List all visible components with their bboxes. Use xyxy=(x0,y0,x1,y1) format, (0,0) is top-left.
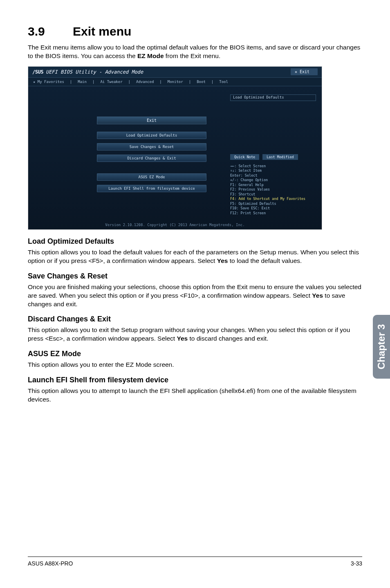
tab-ai-tweaker[interactable]: Ai Tweaker xyxy=(100,80,122,84)
quick-note-button[interactable]: Quick Note xyxy=(230,154,259,160)
page-footer: ASUS A88X-PRO 3-33 xyxy=(28,557,362,567)
bios-title: UEFI BIOS Utility - Advanced Mode xyxy=(46,69,143,75)
tab-advanced[interactable]: Advanced xyxy=(136,80,154,84)
section-number: 3.9 xyxy=(28,25,73,38)
bios-help-text: →←: Select Screen ↑↓: Select Item Enter:… xyxy=(230,164,316,215)
footer-page-number: 3-33 xyxy=(351,560,362,567)
last-modified-button[interactable]: Last Modified xyxy=(262,154,298,160)
exit-button[interactable]: ✕ Exit xyxy=(291,68,318,75)
paragraph-ez-mode: This option allows you to enter the EZ M… xyxy=(28,361,362,369)
brand-logo: /SUS xyxy=(32,69,43,75)
subheading-discard-exit: Discard Changes & Exit xyxy=(28,315,362,323)
section-heading: 3.9Exit menu xyxy=(28,25,362,38)
paragraph-load-defaults: This option allows you to load the defau… xyxy=(28,248,362,265)
tab-main[interactable]: Main xyxy=(78,80,87,84)
bios-tabs: ★ My Favorites | Main | Ai Tweaker | Adv… xyxy=(28,77,322,86)
exit-icon: ✕ xyxy=(295,70,297,74)
section-title-text: Exit menu xyxy=(73,25,131,38)
exit-menu-header: Exit xyxy=(97,117,206,124)
bios-description-box: Load Optimized Defaults xyxy=(230,94,316,101)
launch-efi-shell-button[interactable]: Launch EFI Shell from filesystem device xyxy=(97,185,206,192)
discard-changes-exit-button[interactable]: Discard Changes & Exit xyxy=(97,155,206,162)
bios-version-footer: Version 2.10.1208. Copyright (C) 2013 Am… xyxy=(28,223,322,227)
load-optimized-defaults-button[interactable]: Load Optimized Defaults xyxy=(97,132,206,139)
save-changes-reset-button[interactable]: Save Changes & Reset xyxy=(97,143,206,150)
tab-tool[interactable]: Tool xyxy=(219,80,228,84)
bios-screenshot: /SUS UEFI BIOS Utility - Advanced Mode ✕… xyxy=(28,66,322,230)
tab-monitor[interactable]: Monitor xyxy=(168,80,183,84)
bios-right-panel: Load Optimized Defaults Quick Note Last … xyxy=(230,94,316,215)
subheading-load-defaults: Load Optimized Defaults xyxy=(28,237,362,246)
footer-product: ASUS A88X-PRO xyxy=(28,560,73,567)
chapter-tab: Chapter 3 xyxy=(373,315,390,379)
bios-menu-column: Exit Load Optimized Defaults Save Change… xyxy=(97,117,206,196)
subheading-save-reset: Save Changes & Reset xyxy=(28,272,362,281)
paragraph-efi-shell: This option allows you to attempt to lau… xyxy=(28,387,362,404)
paragraph-save-reset: Once you are finished making your select… xyxy=(28,283,362,309)
tab-boot[interactable]: Boot xyxy=(197,80,206,84)
paragraph-discard-exit: This option allows you to exit the Setup… xyxy=(28,326,362,343)
intro-paragraph: The Exit menu items allow you to load th… xyxy=(28,43,362,61)
bios-titlebar: /SUS UEFI BIOS Utility - Advanced Mode ✕… xyxy=(28,67,322,77)
subheading-ez-mode: ASUS EZ Mode xyxy=(28,350,362,358)
chapter-tab-label: Chapter 3 xyxy=(376,324,387,370)
bios-body: Load Optimized Defaults Quick Note Last … xyxy=(28,88,322,220)
tab-favorites[interactable]: ★ My Favorites xyxy=(33,80,64,84)
page-content: 3.9Exit menu The Exit menu items allow y… xyxy=(0,0,390,404)
subheading-efi-shell: Launch EFI Shell from filesystem device xyxy=(28,376,362,384)
asus-ez-mode-button[interactable]: ASUS EZ Mode xyxy=(97,173,206,181)
